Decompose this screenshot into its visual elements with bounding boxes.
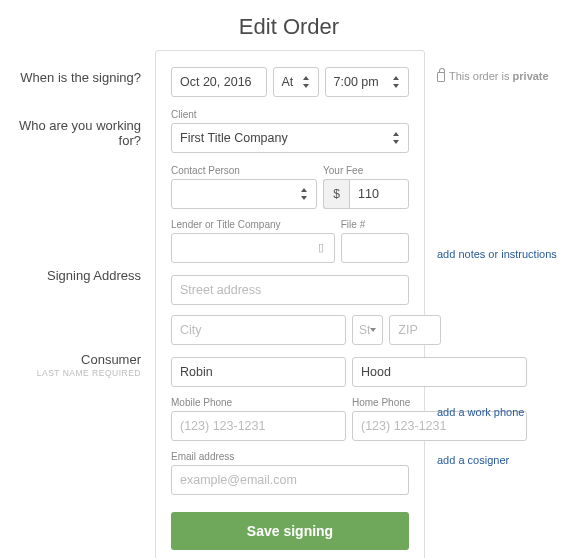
- save-button[interactable]: Save signing: [171, 512, 409, 550]
- mobile-phone-input[interactable]: [171, 411, 346, 441]
- file-label: File #: [341, 219, 409, 230]
- signing-time-select[interactable]: 7:00 pm: [325, 67, 409, 97]
- label-signing-address: Signing Address: [0, 268, 141, 352]
- add-notes-link[interactable]: add notes or instructions: [437, 248, 557, 260]
- form-panel: Oct 20, 2016 At 7:00 pm Client First Tit…: [155, 50, 425, 558]
- add-work-phone-link[interactable]: add a work phone: [437, 406, 524, 418]
- email-input[interactable]: [171, 465, 409, 495]
- lender-label: Lender or Title Company: [171, 219, 335, 230]
- chevrons-icon: [301, 75, 310, 89]
- city-input[interactable]: [171, 315, 346, 345]
- fee-input[interactable]: [349, 179, 409, 209]
- label-consumer-sub: LAST NAME REQUIRED: [0, 368, 141, 378]
- private-text-prefix: This order is: [449, 70, 513, 82]
- signing-at-select[interactable]: At: [273, 67, 319, 97]
- caret-down-icon: [370, 328, 376, 332]
- chevrons-icon: [299, 187, 308, 201]
- page-title: Edit Order: [0, 0, 578, 50]
- file-input[interactable]: [341, 233, 409, 263]
- mobile-phone-label: Mobile Phone: [171, 397, 346, 408]
- private-word: private: [513, 70, 549, 82]
- consumer-first-input[interactable]: [171, 357, 346, 387]
- currency-symbol: $: [323, 179, 349, 209]
- signing-date-select[interactable]: Oct 20, 2016: [171, 67, 267, 97]
- add-cosigner-link[interactable]: add a cosigner: [437, 454, 509, 466]
- contact-select[interactable]: [171, 179, 317, 209]
- email-label: Email address: [171, 451, 409, 462]
- street-address-input[interactable]: [171, 275, 409, 305]
- state-select[interactable]: St: [352, 315, 383, 345]
- client-value: First Title Company: [180, 131, 288, 145]
- building-icon: ▯: [313, 241, 329, 254]
- private-indicator: This order is private: [437, 70, 578, 248]
- lock-icon: [437, 72, 445, 82]
- chevrons-icon: [391, 131, 400, 145]
- client-select[interactable]: First Title Company: [171, 123, 409, 153]
- signing-time-value: 7:00 pm: [334, 75, 379, 89]
- client-label: Client: [171, 109, 409, 120]
- label-consumer: Consumer: [0, 352, 141, 367]
- chevrons-icon: [391, 75, 400, 89]
- fee-label: Your Fee: [323, 165, 409, 176]
- signing-at-label: At: [282, 75, 294, 89]
- signing-date-value: Oct 20, 2016: [180, 75, 252, 89]
- contact-label: Contact Person: [171, 165, 317, 176]
- label-when: When is the signing?: [0, 70, 141, 118]
- lender-input[interactable]: [171, 233, 335, 263]
- state-placeholder: St: [359, 323, 370, 337]
- label-who: Who are you working for?: [0, 118, 141, 268]
